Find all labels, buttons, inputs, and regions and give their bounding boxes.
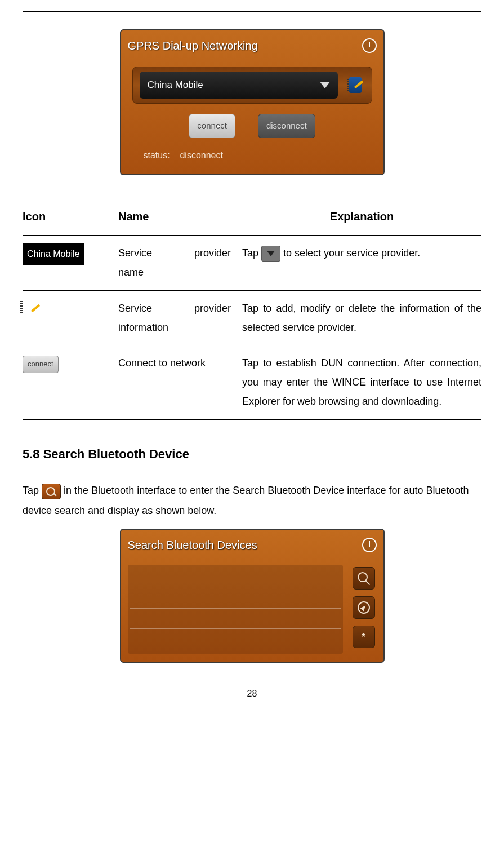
cell-icon: China Mobile [23, 243, 118, 282]
bluetooth-window-title: Search Bluetooth Devices [128, 534, 257, 556]
bluetooth-search-paragraph: Tap in the Bluetooth interface to enter … [23, 480, 481, 521]
notebook-edit-icon[interactable] [346, 76, 365, 95]
cell-icon [23, 299, 118, 337]
gprs-title: GPRS Dial-up Networking [128, 35, 258, 56]
connect-button[interactable]: connect [189, 114, 235, 138]
provider-row: China Mobile [132, 67, 372, 104]
gprs-dialup-window: GPRS Dial-up Networking China Mobile con… [120, 29, 385, 175]
dropdown-arrow-icon [261, 246, 280, 262]
th-icon: Icon [23, 206, 118, 227]
provider-badge-icon: China Mobile [23, 243, 84, 265]
table-row: China Mobile Service provider name Tap t… [23, 235, 481, 290]
gprs-status: status: disconnect [132, 147, 372, 164]
gprs-body: China Mobile connect disconnect status: … [121, 61, 383, 174]
search-icon[interactable] [353, 567, 375, 590]
cell-name: Connect to network [118, 353, 242, 411]
table-row: Service provider information Tap to add,… [23, 290, 481, 345]
section-heading: 5.8 Search Bluetooth Device [23, 442, 481, 466]
gprs-button-row: connect disconnect [132, 114, 372, 138]
icon-explanation-table: Icon Name Explanation China Mobile Servi… [23, 198, 481, 419]
bluetooth-search-window: Search Bluetooth Devices * [120, 529, 385, 663]
chevron-down-icon [320, 82, 330, 88]
status-label: status: [144, 150, 170, 160]
list-item[interactable] [130, 588, 341, 609]
cell-name: Service provider name [118, 243, 242, 282]
table-header: Icon Name Explanation [23, 198, 481, 235]
cell-name: Service provider information [118, 299, 242, 337]
gprs-titlebar: GPRS Dial-up Networking [121, 30, 383, 61]
page-top-rule [23, 11, 481, 12]
list-item[interactable] [130, 629, 341, 649]
power-icon[interactable] [362, 38, 377, 53]
provider-selected-label: China Mobile [148, 76, 203, 94]
provider-dropdown[interactable]: China Mobile [140, 72, 338, 99]
bluetooth-side-buttons: * [351, 565, 377, 654]
notebook-edit-icon [23, 299, 42, 318]
bluetooth-search-icon [42, 484, 61, 499]
cell-icon: connect [23, 353, 118, 411]
compass-icon[interactable] [353, 596, 375, 619]
status-value: disconnect [180, 150, 223, 160]
page-number: 28 [23, 685, 481, 702]
list-item[interactable] [130, 609, 341, 629]
bluetooth-body: * [121, 560, 383, 662]
bluetooth-titlebar: Search Bluetooth Devices [121, 530, 383, 560]
th-name: Name [118, 206, 242, 227]
cell-explanation: Tap to establish DUN connection. After c… [242, 353, 481, 411]
bluetooth-device-list [128, 565, 343, 654]
disconnect-button[interactable]: disconnect [258, 114, 315, 138]
list-item[interactable] [130, 568, 341, 588]
bluetooth-pair-icon[interactable]: * [353, 626, 375, 648]
table-row: connect Connect to network Tap to establ… [23, 345, 481, 420]
cell-explanation: Tap to select your service provider. [242, 243, 481, 282]
connect-button-icon: connect [23, 356, 59, 373]
th-explanation: Explanation [242, 206, 481, 227]
cell-explanation: Tap to add, modify or delete the informa… [242, 299, 481, 337]
power-icon[interactable] [362, 538, 377, 552]
